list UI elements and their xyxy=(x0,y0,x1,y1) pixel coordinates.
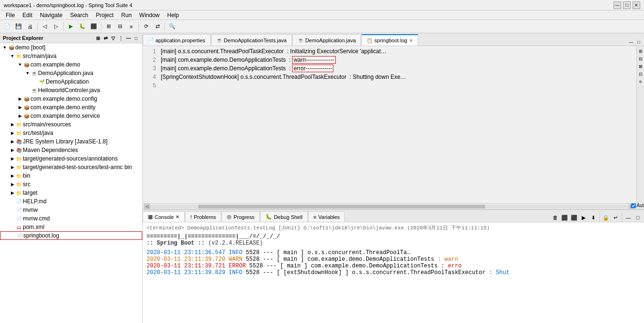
toolbar-btn-2[interactable]: ⊟ xyxy=(115,21,125,32)
scrollbar-track[interactable] xyxy=(150,205,629,209)
tab-DemoApplicationTests[interactable]: ☕ DemoApplicationTests.java xyxy=(211,34,292,46)
minimize-sidebar-button[interactable]: — xyxy=(125,35,132,41)
tree-item-src-main-java[interactable]: ▼ 📁 src/main/java xyxy=(0,52,142,60)
tree-item-src-test-java[interactable]: ▶ 📁 src/test/java xyxy=(0,129,142,137)
toolbar-btn-3[interactable]: ≡ xyxy=(126,21,137,32)
toolbar-btn-5[interactable]: ⇄ xyxy=(152,21,163,32)
tab-DemoApplication[interactable]: ☕ DemoApplication.java xyxy=(293,34,361,46)
gutter-btn-1[interactable]: ⊞ xyxy=(637,48,644,55)
expand-arrow-service[interactable]: ▶ xyxy=(17,113,23,119)
tree-item-mvnw[interactable]: ▶ 📄 mvnw xyxy=(0,206,142,214)
tree-item-help-md[interactable]: ▶ 📄 HELP.md xyxy=(0,197,142,206)
console-rerun-button[interactable]: ▶ xyxy=(579,213,588,222)
tree-item-src[interactable]: ▶ 📁 src xyxy=(0,180,142,189)
menu-run[interactable]: Run xyxy=(117,11,136,19)
expand-arrow-entity[interactable]: ▶ xyxy=(17,104,23,110)
editor-content[interactable]: 1 [main] o.s.s.concurrent.ThreadPoolTask… xyxy=(143,46,636,203)
expand-arrow-test[interactable]: ▶ xyxy=(10,130,15,136)
tree-item-maven[interactable]: ▶ 📚 Maven Dependencies xyxy=(0,146,142,154)
filter-button[interactable]: ▽ xyxy=(110,35,117,41)
expand-arrow-resources[interactable]: ▶ xyxy=(10,122,15,127)
tree-item-pom-xml[interactable]: ▶ 🗂 pom.xml xyxy=(0,223,142,231)
maximize-sidebar-button[interactable]: □ xyxy=(133,35,139,41)
tree-item-com-example-demo[interactable]: ▼ 📦 com.example.demo xyxy=(0,60,142,69)
expand-arrow-DemoApplication[interactable]: ▼ xyxy=(25,70,30,76)
tab-problems[interactable]: ! Problems xyxy=(185,211,221,222)
expand-arrow-demo[interactable]: ▼ xyxy=(2,45,8,50)
tree-item-src-main-resources[interactable]: ▶ 📁 src/main/resources xyxy=(0,120,142,129)
debug-button[interactable]: 🐛 xyxy=(77,21,88,32)
console-content[interactable]: <terminated> DemoApplicationTests.testLo… xyxy=(143,222,644,323)
back-button[interactable]: ◁ xyxy=(39,21,50,32)
expand-arrow-maven[interactable]: ▶ xyxy=(10,147,15,153)
tree-item-DemoApplication-class[interactable]: ▶ 🌱 DemoApplication xyxy=(0,77,142,86)
menu-file[interactable]: File xyxy=(2,11,19,19)
console-tab-close[interactable]: ✕ xyxy=(176,214,179,219)
forward-button[interactable]: ▷ xyxy=(51,21,61,32)
stop-button[interactable]: ⬛ xyxy=(88,21,99,32)
link-with-editor-button[interactable]: ⇄ xyxy=(102,35,109,41)
autocomplete-checkbox[interactable] xyxy=(631,203,636,208)
menu-navigate[interactable]: Navigate xyxy=(36,11,66,19)
maximize-button[interactable]: □ xyxy=(623,1,631,9)
scrollbar-thumb[interactable] xyxy=(198,205,486,209)
new-button[interactable]: 📄 xyxy=(2,21,12,32)
tab-close-log[interactable]: ✕ xyxy=(409,38,413,43)
tree-item-HelloworldControler[interactable]: ▶ ☕ HelloworldControler.java xyxy=(0,86,142,95)
expand-arrow-src[interactable]: ▶ xyxy=(10,181,15,187)
expand-arrow-target-test-gen[interactable]: ▶ xyxy=(10,164,15,170)
view-menu-button[interactable]: ⋮ xyxy=(117,35,124,41)
tree-item-target-generated-sources[interactable]: ▶ 📁 target/generated-sources/annotations xyxy=(0,154,142,163)
console-stop-button[interactable]: ⬛ xyxy=(560,213,569,222)
menu-search[interactable]: Search xyxy=(66,11,92,19)
gutter-btn-2[interactable]: ⊟ xyxy=(637,56,644,62)
console-scroll-lock[interactable]: 🔒 xyxy=(602,213,610,222)
tree-item-entity[interactable]: ▶ 📦 com.example.demo.entity xyxy=(0,103,142,112)
print-button[interactable]: 🖨 xyxy=(25,21,35,32)
tab-console[interactable]: ▦ Console ✕ xyxy=(143,211,185,222)
expand-arrow-bin[interactable]: ▶ xyxy=(10,173,15,179)
tab-progress[interactable]: ◎ Progress xyxy=(222,211,260,222)
editor-maximize[interactable]: □ xyxy=(635,39,642,46)
console-terminate-button[interactable]: ⬛ xyxy=(570,213,578,222)
tree-item-DemoApplication-java[interactable]: ▼ ☕ DemoApplication.java xyxy=(0,69,142,77)
tree-item-bin[interactable]: ▶ 📁 bin xyxy=(0,171,142,180)
minimize-button[interactable]: — xyxy=(614,1,621,9)
gutter-btn-4[interactable]: ⊡ xyxy=(637,71,644,77)
tab-application-properties[interactable]: 📄 application.properties xyxy=(143,34,211,46)
console-scroll-end[interactable]: ⬇ xyxy=(589,213,597,222)
collapse-all-button[interactable]: ⊞ xyxy=(95,35,101,41)
expand-arrow-com-example-demo[interactable]: ▼ xyxy=(17,62,23,67)
expand-arrow-src-main-java[interactable]: ▼ xyxy=(10,53,15,59)
save-button[interactable]: 💾 xyxy=(13,21,24,32)
expand-arrow-target-gen[interactable]: ▶ xyxy=(10,156,15,162)
tree-item-target-generated-test-sources[interactable]: ▶ 📁 target/generated-test-sources/test-a… xyxy=(0,163,142,171)
expand-arrow-config[interactable]: ▶ xyxy=(17,96,23,102)
tree-item-config[interactable]: ▶ 📦 com.example.demo.config xyxy=(0,95,142,103)
tab-springboot-log[interactable]: 📋 springboot.log ✕ xyxy=(361,34,418,46)
tree-item-service[interactable]: ▶ 📦 com.example.demo.service xyxy=(0,112,142,120)
close-button[interactable]: ✕ xyxy=(633,1,640,9)
run-button[interactable]: ▶ xyxy=(66,21,76,32)
expand-arrow-jre[interactable]: ▶ xyxy=(10,139,15,144)
tree-item-mvnw-cmd[interactable]: ▶ 📄 mvnw.cmd xyxy=(0,214,142,223)
scroll-left-button[interactable]: ◁ xyxy=(144,204,150,209)
tree-item-springboot-log[interactable]: ▶ 📄 springboot.log xyxy=(0,231,142,240)
console-minimize[interactable]: — xyxy=(624,213,633,222)
tree-item-jre[interactable]: ▶ 📚 JRE System Library [JavaSE-1.8] xyxy=(0,137,142,146)
tab-debug-shell[interactable]: 🐛 Debug Shell xyxy=(260,211,308,222)
tree-item-demo[interactable]: ▼ 📦 demo [boot] xyxy=(0,43,142,52)
tab-variables[interactable]: ≡ Variables xyxy=(308,211,345,222)
console-clear-button[interactable]: 🗑 xyxy=(551,213,559,222)
toolbar-btn-1[interactable]: ⊞ xyxy=(103,21,114,32)
gutter-btn-5[interactable]: ≡ xyxy=(637,78,644,85)
menu-window[interactable]: Window xyxy=(136,11,164,19)
menu-edit[interactable]: Edit xyxy=(19,11,36,19)
console-word-wrap[interactable]: ↵ xyxy=(611,213,620,222)
editor-scrollbar-horizontal[interactable]: ◁ ▷ xyxy=(143,203,636,209)
menu-project[interactable]: Project xyxy=(92,11,117,19)
menu-help[interactable]: Help xyxy=(164,11,183,19)
search-button[interactable]: 🔍 xyxy=(167,21,177,32)
expand-arrow-target[interactable]: ▶ xyxy=(10,190,15,196)
console-maximize[interactable]: □ xyxy=(634,213,642,222)
